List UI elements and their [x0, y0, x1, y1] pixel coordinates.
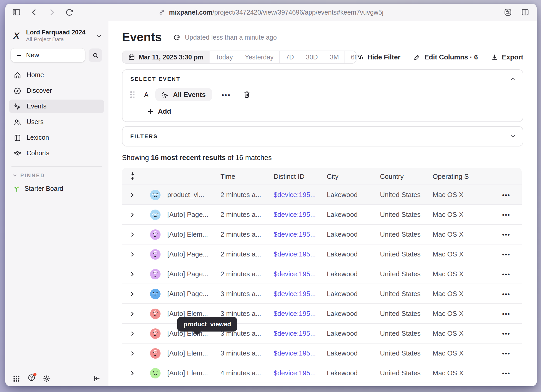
col-distinct-id[interactable]: Distinct ID — [274, 172, 327, 180]
cell-distinct-id[interactable]: $device:195... — [274, 310, 327, 317]
filters-panel: FILTERS — [122, 126, 523, 146]
book-icon — [14, 134, 21, 142]
gear-icon[interactable] — [43, 375, 51, 383]
cell-time: 2 minutes a... — [220, 230, 274, 238]
cell-time: 2 minutes a... — [220, 250, 274, 258]
event-more-button[interactable]: ••• — [222, 91, 231, 98]
chevron-down-icon[interactable] — [510, 133, 516, 139]
preset-today[interactable]: Today — [209, 51, 239, 63]
col-time[interactable]: Time — [220, 172, 274, 180]
preset-6m[interactable]: 6M — [345, 51, 356, 63]
cell-os: Mac OS X — [433, 211, 491, 218]
expand-row-button[interactable] — [122, 212, 143, 217]
row-menu-button[interactable]: ••• — [502, 310, 511, 317]
row-menu-button[interactable]: ••• — [502, 231, 511, 237]
add-event-button[interactable]: Add — [147, 107, 515, 115]
table-row[interactable]: [Auto] Page... 3 minutes a... $device:19… — [122, 284, 522, 304]
sidebar-item-users[interactable]: Users — [9, 115, 104, 129]
forward-icon[interactable] — [47, 8, 56, 17]
new-button[interactable]: New — [11, 48, 85, 62]
cell-distinct-id[interactable]: $device:195... — [274, 250, 327, 258]
table-row[interactable]: [Auto] Elem... 3 minutes a... $device:19… — [122, 344, 522, 363]
chevron-up-icon[interactable] — [510, 76, 516, 82]
collapse-sidebar-icon[interactable] — [93, 375, 101, 383]
search-button[interactable] — [89, 48, 102, 62]
expand-row-button[interactable] — [122, 351, 143, 356]
expand-row-button[interactable] — [122, 192, 143, 197]
reload-icon[interactable] — [65, 8, 74, 17]
expand-row-button[interactable] — [122, 232, 143, 237]
row-menu-button[interactable]: ••• — [502, 350, 511, 356]
edit-columns-button[interactable]: Edit Columns · 6 — [414, 53, 478, 61]
col-city[interactable]: City — [327, 172, 380, 180]
expand-row-button[interactable] — [122, 252, 143, 257]
cell-os: Mac OS X — [433, 230, 491, 238]
event-selector-chip[interactable]: All Events — [155, 88, 212, 101]
preset-3m[interactable]: 3M — [324, 51, 345, 63]
page-settings-icon[interactable] — [503, 8, 512, 17]
back-icon[interactable] — [30, 8, 39, 17]
split-view-icon[interactable] — [521, 8, 530, 17]
preset-30d[interactable]: 30D — [300, 51, 324, 63]
chevron-right-icon — [130, 192, 135, 197]
refresh-button[interactable] — [173, 34, 180, 41]
table-row[interactable]: [Auto] Elem... 2 minutes a... $device:19… — [122, 225, 522, 244]
sidebar-item-cohorts[interactable]: Cohorts — [9, 146, 104, 160]
expand-row-button[interactable] — [122, 370, 143, 376]
table-row[interactable]: [Auto] Page... 2 minutes a... $device:19… — [122, 244, 522, 264]
row-menu-button[interactable]: ••• — [502, 271, 511, 277]
expand-row-button[interactable] — [122, 331, 143, 336]
cell-city: Lakewood — [327, 211, 380, 218]
cell-distinct-id[interactable]: $device:195... — [274, 290, 327, 298]
table-row[interactable]: product_vi... 2 minutes a... $device:195… — [122, 185, 522, 205]
col-country[interactable]: Country — [380, 172, 433, 180]
events-cursor-icon — [14, 102, 21, 110]
row-menu-button[interactable]: ••• — [502, 251, 511, 257]
cell-country: United States — [380, 310, 433, 317]
refresh-icon — [173, 34, 180, 41]
pinned-item-starter-board[interactable]: Starter Board — [13, 185, 108, 192]
sidebar-item-discover[interactable]: Discover — [9, 84, 104, 97]
pinned-section-header[interactable]: PINNED — [13, 173, 108, 178]
row-menu-button[interactable]: ••• — [502, 330, 511, 336]
project-switcher[interactable]: X Lord Farquaad 2024 All Project Data — [5, 21, 108, 43]
cell-distinct-id[interactable]: $device:195... — [274, 191, 327, 199]
pencil-icon — [414, 53, 421, 61]
address-bar[interactable]: mixpanel.com/project/3472420/view/397469… — [5, 4, 537, 21]
cell-country: United States — [380, 270, 433, 278]
sidebar-bottom-bar — [5, 371, 108, 386]
sidebar-toggle-icon[interactable] — [12, 8, 21, 17]
expand-row-button[interactable] — [122, 271, 143, 277]
sidebar-item-events[interactable]: Events — [9, 100, 104, 113]
row-menu-button[interactable]: ••• — [502, 192, 511, 198]
cell-distinct-id[interactable]: $device:195... — [274, 230, 327, 238]
hide-filter-button[interactable]: Hide Filter — [356, 53, 400, 61]
sidebar-item-lexicon[interactable]: Lexicon — [9, 131, 104, 144]
cell-distinct-id[interactable]: $device:195... — [274, 211, 327, 218]
table-row[interactable]: [Auto] Page... 2 minutes a... $device:19… — [122, 205, 522, 225]
cell-distinct-id[interactable]: $device:195... — [274, 270, 327, 278]
cell-distinct-id[interactable]: $device:195... — [274, 369, 327, 377]
cell-distinct-id[interactable]: $device:195... — [274, 329, 327, 337]
sidebar-item-home[interactable]: Home — [9, 68, 104, 82]
table-row[interactable]: [Auto] Elem... 4 minutes a... $device:19… — [122, 363, 522, 383]
help-button[interactable] — [28, 374, 35, 384]
url-text: mixpanel.com/project/3472420/view/397469… — [169, 9, 384, 16]
preset-7d[interactable]: 7D — [279, 51, 300, 63]
col-os[interactable]: Operating S — [433, 172, 491, 180]
row-menu-button[interactable]: ••• — [502, 211, 511, 218]
drag-handle[interactable] — [130, 91, 135, 98]
export-button[interactable]: Export — [491, 53, 523, 61]
row-menu-button[interactable]: ••• — [502, 370, 511, 376]
cell-distinct-id[interactable]: $device:195... — [274, 349, 327, 357]
sort-rows-icon[interactable] — [122, 172, 143, 180]
date-picker[interactable]: Mar 11, 2025 3:30 pm — [122, 51, 209, 63]
expand-row-button[interactable] — [122, 311, 143, 316]
table-row[interactable]: [Auto] Page... 2 minutes a... $device:19… — [122, 264, 522, 284]
table-row[interactable] — [122, 383, 522, 386]
expand-row-button[interactable] — [122, 291, 143, 296]
apps-grid-icon[interactable] — [13, 375, 20, 383]
delete-event-button[interactable] — [243, 91, 251, 99]
preset-yesterday[interactable]: Yesterday — [239, 51, 279, 63]
row-menu-button[interactable]: ••• — [502, 291, 511, 297]
